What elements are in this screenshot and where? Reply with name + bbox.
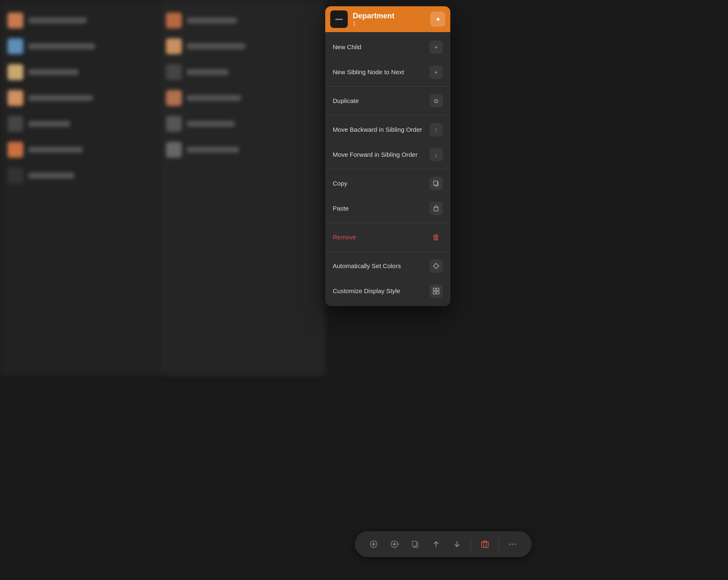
list-item	[4, 8, 146, 33]
svg-point-4	[434, 264, 438, 268]
toolbar-divider-2	[499, 538, 499, 550]
avatar	[8, 90, 23, 106]
left-panel-list	[4, 8, 146, 189]
menu-item-duplicate[interactable]: Duplicate ⧉	[325, 88, 450, 113]
auto-colors-icon	[429, 259, 443, 273]
list-item	[163, 34, 296, 58]
item-text	[28, 18, 87, 23]
header-icon-bar	[335, 19, 343, 20]
list-item	[4, 34, 146, 58]
menu-header: Department 1 ✦	[325, 6, 450, 32]
remove-trash-icon: 🗑	[429, 231, 443, 244]
list-item	[4, 112, 146, 136]
list-item	[163, 8, 296, 33]
item-text	[28, 173, 74, 178]
menu-header-action-button[interactable]: ✦	[430, 12, 445, 27]
move-forward-icon: ↓	[429, 148, 443, 161]
new-child-icon: +	[429, 40, 443, 54]
bottom-toolbar: •••	[158, 531, 728, 557]
toolbar-add-sibling-button[interactable]	[386, 535, 403, 553]
svg-rect-10	[437, 288, 439, 291]
menu-item-customize-style[interactable]: Customize Display Style	[325, 279, 450, 304]
duplicate-icon: ⧉	[429, 94, 443, 108]
copy-icon	[429, 177, 443, 190]
divider-3	[325, 169, 450, 169]
avatar	[166, 38, 182, 54]
list-item	[4, 163, 146, 188]
toolbar-delete-button[interactable]	[476, 535, 494, 553]
menu-header-icon	[330, 10, 348, 28]
toolbar-move-up-button[interactable]	[427, 535, 445, 553]
item-text	[187, 69, 228, 75]
item-text	[28, 121, 70, 127]
item-text	[187, 95, 241, 101]
item-text	[187, 18, 237, 23]
menu-item-move-forward[interactable]: Move Forward in Sibling Order ↓	[325, 142, 450, 167]
list-item	[4, 60, 146, 84]
list-item	[4, 86, 146, 110]
move-backward-icon: ↑	[429, 123, 443, 136]
item-text	[187, 43, 245, 49]
menu-item-paste[interactable]: Paste	[325, 196, 450, 221]
toolbar-more-button[interactable]: •••	[504, 535, 522, 553]
avatar	[166, 13, 182, 28]
menu-items-list: New Child + New Sibling Node to Next + D…	[325, 32, 450, 306]
avatar	[8, 38, 23, 54]
svg-rect-24	[482, 542, 488, 547]
avatar	[8, 142, 23, 158]
avatar	[166, 142, 182, 158]
customize-style-icon	[429, 284, 443, 298]
more-dots: •••	[509, 541, 517, 547]
toolbar-divider	[471, 538, 471, 550]
avatar	[8, 116, 23, 132]
toolbar-copy-button[interactable]	[407, 535, 424, 553]
sparkle-icon: ✦	[435, 15, 441, 23]
item-text	[187, 121, 235, 127]
list-item	[163, 138, 296, 162]
list-item	[163, 60, 296, 84]
menu-item-auto-colors[interactable]: Automatically Set Colors	[325, 254, 450, 279]
avatar	[166, 116, 182, 132]
svg-rect-12	[437, 291, 439, 294]
divider-2	[325, 115, 450, 115]
svg-rect-1	[434, 181, 437, 185]
new-sibling-icon: +	[429, 65, 443, 79]
avatar	[8, 64, 23, 80]
avatar	[8, 13, 23, 28]
item-text	[28, 147, 83, 153]
avatar	[8, 168, 23, 183]
menu-title: Department	[353, 12, 425, 20]
divider-5	[325, 251, 450, 252]
divider-4	[325, 223, 450, 223]
item-text	[28, 69, 78, 75]
list-item	[163, 112, 296, 136]
svg-rect-28	[483, 541, 487, 542]
svg-rect-11	[433, 291, 436, 294]
paste-icon	[429, 202, 443, 215]
svg-rect-3	[435, 206, 437, 208]
divider-1	[325, 86, 450, 87]
list-item	[4, 138, 146, 162]
toolbar-move-down-button[interactable]	[448, 535, 466, 553]
avatar	[166, 64, 182, 80]
menu-item-new-child[interactable]: New Child +	[325, 35, 450, 60]
menu-item-copy[interactable]: Copy	[325, 171, 450, 196]
toolbar-pill: •••	[355, 531, 532, 557]
menu-header-title: Department 1	[353, 12, 425, 27]
menu-item-move-backward[interactable]: Move Backward in Sibling Order ↑	[325, 117, 450, 142]
list-item	[163, 86, 296, 110]
item-text	[28, 95, 93, 101]
menu-subtitle: 1	[353, 20, 425, 27]
item-text	[187, 147, 239, 153]
menu-item-new-sibling[interactable]: New Sibling Node to Next +	[325, 60, 450, 85]
svg-rect-21	[412, 541, 417, 546]
svg-rect-9	[433, 288, 436, 291]
context-menu: Department 1 ✦ New Child + New Sibling N…	[325, 6, 450, 306]
avatar	[166, 90, 182, 106]
mid-panel-list	[163, 8, 296, 163]
menu-item-remove[interactable]: Remove 🗑	[325, 225, 450, 250]
toolbar-add-child-button[interactable]	[365, 535, 382, 553]
item-text	[28, 43, 95, 49]
